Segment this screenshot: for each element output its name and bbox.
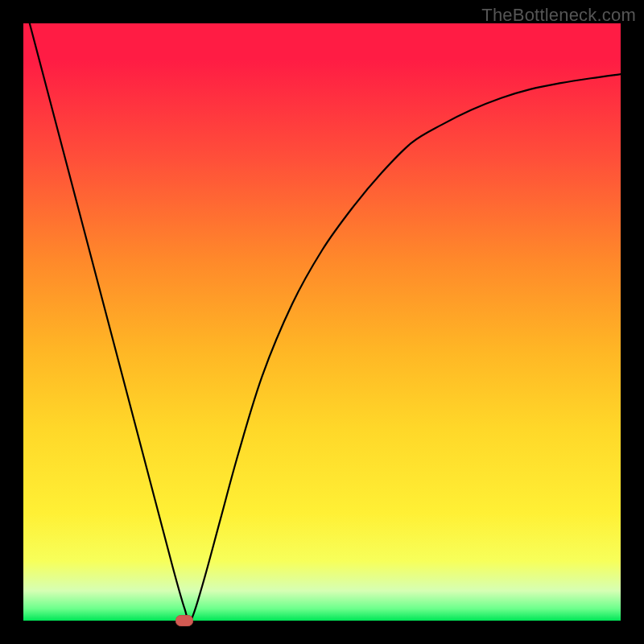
watermark-text: TheBottleneck.com [481, 5, 636, 26]
chart-frame: TheBottleneck.com [0, 0, 644, 644]
plot-area [23, 23, 621, 621]
bottleneck-marker [175, 615, 193, 626]
